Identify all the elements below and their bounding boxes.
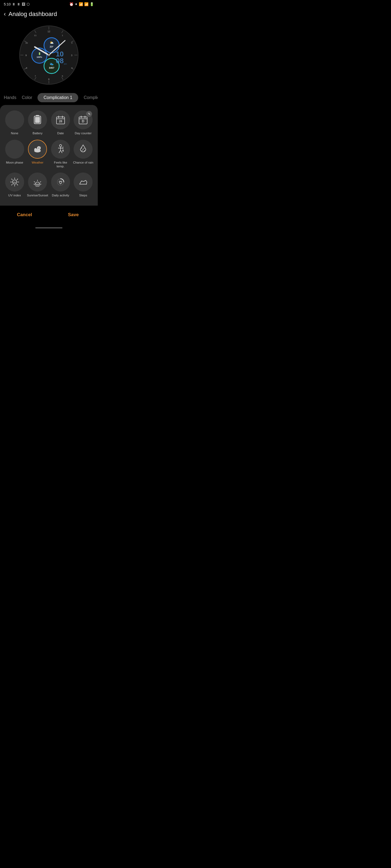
bottom-buttons: Cancel Save — [0, 206, 98, 226]
back-button[interactable]: ‹ — [4, 10, 6, 18]
daily-activity-svg-icon — [56, 177, 65, 187]
watch-face-svg: 12 3 6 9 1 2 11 10 8 7 5 4 🔋 100% ⛅ 23° … — [19, 25, 79, 85]
tab-hands[interactable]: Hands — [4, 93, 16, 102]
daily-activity-label: Daily activity — [52, 194, 69, 197]
header: ‹ Analog dashboard — [0, 7, 98, 20]
steps-svg-icon — [78, 177, 88, 187]
feels-like-icon-wrap — [51, 140, 70, 159]
none-label: None — [11, 131, 19, 135]
option-daily-activity[interactable]: Daily activity — [50, 173, 71, 197]
svg-text:9: 9 — [25, 54, 27, 57]
signal-icon: 📶 — [84, 2, 88, 6]
feels-like-label: Feels like temp. — [50, 161, 71, 168]
svg-line-80 — [34, 182, 35, 182]
svg-text:4: 4 — [72, 67, 73, 69]
option-none[interactable]: None — [4, 111, 25, 135]
watch-face-container: 12 3 6 9 1 2 11 10 8 7 5 4 🔋 100% ⛅ 23° … — [19, 25, 79, 85]
status-right: ⏰ ✦ 📶 📶 🔋 — [69, 2, 94, 6]
svg-point-57 — [40, 147, 41, 147]
uv-icon-wrap: UV — [5, 173, 24, 191]
tab-complication1[interactable]: Complication 1 — [37, 93, 78, 102]
option-moon-phase[interactable]: Moon phase — [4, 140, 25, 168]
svg-point-55 — [34, 149, 41, 152]
chance-rain-label: Chance of rain — [73, 161, 93, 165]
svg-text:2: 2 — [72, 42, 73, 44]
edit-badge: ✎ — [86, 111, 92, 117]
weather-icon-wrap — [28, 140, 47, 159]
svg-line-65 — [82, 148, 84, 151]
option-uv-index[interactable]: UV UV index — [4, 173, 25, 197]
svg-text:UV: UV — [13, 181, 16, 184]
day-counter-svg-icon: D — [79, 115, 88, 124]
option-date[interactable]: 28 Date — [50, 111, 71, 135]
date-label: Date — [57, 131, 64, 135]
uv-svg-icon: UV — [10, 177, 20, 187]
svg-point-64 — [62, 150, 63, 151]
alarm-icon: ⏰ — [69, 2, 74, 6]
daily-activity-icon-wrap — [51, 173, 70, 191]
svg-line-74 — [17, 184, 18, 185]
day-counter-label: Day counter — [75, 131, 91, 135]
steps-icon-wrap — [74, 173, 92, 191]
gallery-icon: 🖼 — [22, 2, 25, 6]
box-icon: ⬡ — [27, 2, 30, 6]
sunrise-label: Sunrise/Sunset — [27, 194, 48, 197]
moon-icon-wrap — [5, 140, 24, 159]
battery-icon-wrap — [28, 111, 47, 129]
svg-text:am: am — [64, 63, 67, 65]
cancel-button[interactable]: Cancel — [0, 209, 49, 220]
moon-svg-icon — [10, 145, 19, 154]
uv-index-label: UV index — [8, 194, 21, 197]
svg-line-62 — [60, 150, 62, 153]
date-icon-wrap: 28 — [51, 111, 70, 129]
option-battery[interactable]: Battery — [27, 111, 48, 135]
option-feels-like[interactable]: Feels like temp. — [50, 140, 71, 168]
options-grid: None Battery 28 — [4, 111, 93, 197]
spotify-icon1: ⏸ — [12, 2, 16, 6]
moon-phase-label: Moon phase — [6, 161, 23, 165]
option-steps[interactable]: Steps — [73, 173, 93, 197]
svg-text:28: 28 — [59, 120, 62, 123]
svg-rect-42 — [35, 117, 40, 123]
option-day-counter[interactable]: D ✎ Day counter — [73, 111, 93, 135]
svg-text:7: 7 — [35, 75, 36, 77]
option-weather[interactable]: Weather — [27, 140, 48, 168]
save-button[interactable]: Save — [49, 209, 98, 220]
steps-label: Steps — [79, 194, 87, 197]
svg-text:5: 5 — [62, 75, 63, 77]
weather-svg-icon — [33, 145, 42, 153]
svg-line-73 — [11, 179, 12, 180]
svg-text:3: 3 — [71, 54, 72, 57]
tab-bar: Hands Color Complication 1 Complic… — [0, 93, 98, 102]
svg-text:6: 6 — [48, 78, 49, 81]
svg-line-75 — [17, 179, 18, 180]
status-time: 5:10 — [4, 2, 10, 6]
tab-complication2[interactable]: Complic… — [84, 93, 98, 102]
status-left: 5:10 ⏸ ⏸ 🖼 ⬡ — [4, 2, 30, 6]
wifi-icon: 📶 — [79, 2, 83, 6]
feels-like-svg-icon — [57, 144, 64, 154]
chance-rain-icon-wrap — [74, 140, 92, 159]
battery-status-icon: 🔋 — [90, 2, 94, 6]
svg-text:100%: 100% — [37, 56, 42, 58]
svg-point-58 — [59, 145, 62, 147]
svg-text:1: 1 — [62, 34, 63, 37]
spotify-icon2: ⏸ — [17, 2, 20, 6]
svg-text:11: 11 — [34, 34, 37, 37]
status-bar: 5:10 ⏸ ⏸ 🖼 ⬡ ⏰ ✦ 📶 📶 🔋 — [0, 0, 98, 7]
tab-color[interactable]: Color — [22, 93, 32, 102]
option-chance-rain[interactable]: Chance of rain — [73, 140, 93, 168]
options-panel: None Battery 28 — [0, 105, 98, 206]
day-counter-icon-wrap: D ✎ — [74, 111, 92, 129]
page-title: Analog dashboard — [8, 10, 57, 18]
svg-line-81 — [40, 182, 41, 182]
option-sunrise[interactable]: Sunrise/Sunset — [27, 173, 48, 197]
svg-line-76 — [11, 184, 12, 185]
bluetooth-icon: ✦ — [75, 2, 78, 6]
svg-point-67 — [84, 150, 85, 151]
svg-text:👟: 👟 — [50, 61, 54, 65]
svg-text:⛅: ⛅ — [50, 40, 54, 44]
chance-rain-svg-icon — [79, 144, 87, 154]
svg-point-39 — [48, 54, 50, 56]
svg-text:3457: 3457 — [49, 66, 54, 69]
